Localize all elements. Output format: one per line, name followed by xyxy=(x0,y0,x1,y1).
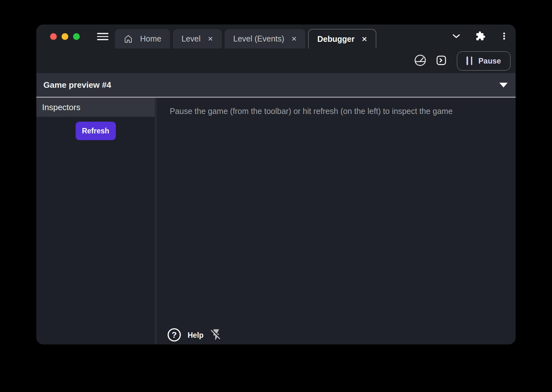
inspectors-header: Inspectors xyxy=(36,98,155,117)
dropdown-caret-icon[interactable] xyxy=(499,83,508,87)
home-icon xyxy=(123,34,133,44)
tab-debugger[interactable]: Debugger ✕ xyxy=(308,29,376,49)
inspector-panel: Pause the game (from the toolbar) or hit… xyxy=(157,98,516,344)
pause-button[interactable]: Pause xyxy=(457,51,511,71)
inspectors-title: Inspectors xyxy=(42,102,80,112)
extensions-button[interactable] xyxy=(475,31,486,42)
close-tab-icon[interactable]: ✕ xyxy=(291,35,297,42)
window-controls xyxy=(50,25,80,49)
refresh-button[interactable]: Refresh xyxy=(76,122,116,140)
more-options-button[interactable] xyxy=(500,32,509,41)
main-menu-button[interactable] xyxy=(97,25,108,49)
close-tab-icon[interactable]: ✕ xyxy=(362,36,367,42)
minimize-window-button[interactable] xyxy=(62,33,68,40)
help-button[interactable]: ? Help xyxy=(167,328,204,343)
bottom-actions: ? Help xyxy=(167,328,223,343)
close-tab-icon[interactable]: ✕ xyxy=(207,35,213,42)
flash-off-icon xyxy=(210,328,223,343)
hamburger-icon xyxy=(97,33,108,34)
tab-level-events[interactable]: Level (Events) ✕ xyxy=(225,29,305,49)
tab-label: Level (Events) xyxy=(233,34,284,43)
chevron-down-icon xyxy=(451,31,461,42)
pause-icon xyxy=(466,57,472,65)
title-bar: Home Level ✕ Level (Events) ✕ Debugger ✕ xyxy=(36,25,516,49)
tab-label: Level xyxy=(182,34,201,43)
help-label: Help xyxy=(188,331,204,340)
puzzle-icon xyxy=(475,31,486,42)
close-window-button[interactable] xyxy=(50,33,57,40)
debugger-content: Inspectors Refresh Pause the game (from … xyxy=(36,98,516,344)
tabs-dropdown-button[interactable] xyxy=(451,31,461,42)
help-icon: ? xyxy=(167,328,182,343)
console-icon xyxy=(436,55,447,67)
zoom-window-button[interactable] xyxy=(73,33,80,40)
tab-label: Home xyxy=(140,34,161,43)
tab-home[interactable]: Home xyxy=(115,29,170,49)
console-button[interactable] xyxy=(434,54,449,68)
game-preview-selector[interactable]: Game preview #4 xyxy=(36,73,516,97)
title-bar-actions xyxy=(451,25,509,49)
tab-bar: Home Level ✕ Level (Events) ✕ Debugger ✕ xyxy=(115,29,376,49)
sidebar-resize-handle[interactable] xyxy=(155,98,157,344)
tab-label: Debugger xyxy=(317,34,354,44)
svg-text:?: ? xyxy=(172,330,177,340)
tab-level[interactable]: Level ✕ xyxy=(173,29,222,49)
inspectors-sidebar: Inspectors Refresh xyxy=(36,98,155,344)
profiler-button[interactable] xyxy=(413,54,428,68)
profiler-gauge-icon xyxy=(414,54,427,68)
debugger-toolbar: Pause xyxy=(36,49,516,73)
app-window: Home Level ✕ Level (Events) ✕ Debugger ✕ xyxy=(36,25,516,344)
pause-hint-text: Pause the game (from the toolbar) or hit… xyxy=(170,107,506,116)
flash-off-button[interactable] xyxy=(210,328,223,343)
pause-button-label: Pause xyxy=(478,57,501,65)
game-preview-title: Game preview #4 xyxy=(43,80,111,90)
kebab-menu-icon xyxy=(500,32,509,41)
